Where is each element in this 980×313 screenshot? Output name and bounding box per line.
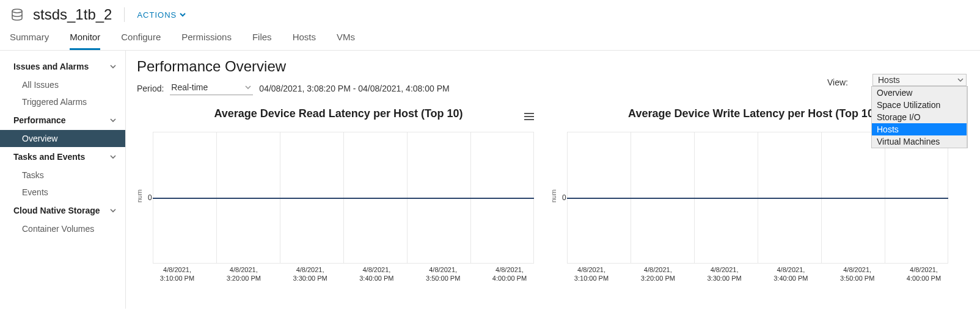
chart-plot-area: 0 <box>153 132 534 264</box>
tab-configure[interactable]: Configure <box>121 32 161 50</box>
series-line <box>153 198 534 199</box>
tab-vms[interactable]: VMs <box>337 32 355 50</box>
tab-summary[interactable]: Summary <box>10 32 49 50</box>
svg-point-0 <box>12 9 22 13</box>
side-group-performance: Performance Overview <box>0 110 125 147</box>
tab-permissions[interactable]: Permissions <box>181 32 232 50</box>
side-group-header-tasks[interactable]: Tasks and Events <box>0 147 125 167</box>
chevron-down-icon <box>109 207 117 214</box>
side-group-label: Cloud Native Storage <box>13 206 100 215</box>
view-option-hosts[interactable]: Hosts <box>872 123 967 135</box>
chart-menu-button[interactable] <box>522 109 536 124</box>
chevron-down-icon <box>244 84 252 91</box>
view-option-vms[interactable]: Virtual Machines <box>872 135 967 148</box>
header-divider <box>124 7 125 22</box>
charts-row: Average Device Read Latency per Host (To… <box>137 105 970 300</box>
content-pane: Performance Overview Period: Real-time 0… <box>126 51 980 309</box>
view-option-space-utilization[interactable]: Space Utilization <box>872 99 967 111</box>
x-tick: 4/8/2021, 3:40:00 PM <box>352 266 401 298</box>
y-tick: 0 <box>562 193 566 202</box>
tab-monitor[interactable]: Monitor <box>70 32 100 50</box>
top-tabs: Summary Monitor Configure Permissions Fi… <box>0 27 980 51</box>
side-group-label: Performance <box>13 115 66 125</box>
x-tick: 4/8/2021, 3:20:00 PM <box>634 266 682 298</box>
chart-title: Average Device Read Latency per Host (To… <box>137 105 540 120</box>
x-tick: 4/8/2021, 3:10:00 PM <box>567 266 616 298</box>
object-title: stsds_1tb_2 <box>33 6 112 23</box>
sidebar-item-overview[interactable]: Overview <box>0 130 125 147</box>
y-axis-label: num <box>550 190 557 203</box>
view-option-storage-io[interactable]: Storage I/O <box>872 111 967 123</box>
page-header: stsds_1tb_2 ACTIONS <box>0 0 980 27</box>
side-group-header-performance[interactable]: Performance <box>0 110 125 130</box>
tab-files[interactable]: Files <box>252 32 272 50</box>
side-group-label: Tasks and Events <box>13 152 85 162</box>
chevron-down-icon <box>109 117 117 124</box>
chart-plot-area: 0 <box>567 132 948 264</box>
view-select-value: Hosts <box>878 75 900 85</box>
tab-hosts[interactable]: Hosts <box>293 32 316 50</box>
sidebar: Issues and Alarms All Issues Triggered A… <box>0 51 126 309</box>
view-select[interactable]: Hosts <box>872 74 967 86</box>
y-tick: 0 <box>148 193 152 202</box>
series-line <box>567 198 948 199</box>
period-select[interactable]: Real-time <box>170 81 253 95</box>
x-tick: 4/8/2021, 3:10:00 PM <box>153 266 202 298</box>
chevron-down-icon <box>109 63 117 70</box>
side-group-header-issues[interactable]: Issues and Alarms <box>0 57 125 76</box>
period-value: Real-time <box>171 82 208 92</box>
x-tick: 4/8/2021, 3:30:00 PM <box>286 266 335 298</box>
side-group-header-cns[interactable]: Cloud Native Storage <box>0 201 125 220</box>
side-group-issues: Issues and Alarms All Issues Triggered A… <box>0 57 125 110</box>
x-tick: 4/8/2021, 4:00:00 PM <box>485 266 534 298</box>
period-range: 04/08/2021, 3:08:20 PM - 04/08/2021, 4:0… <box>259 84 449 93</box>
chevron-down-icon <box>179 11 186 18</box>
sidebar-item-container-volumes[interactable]: Container Volumes <box>0 220 125 237</box>
x-tick: 4/8/2021, 3:20:00 PM <box>219 266 268 298</box>
chevron-down-icon <box>109 153 117 160</box>
x-tick: 4/8/2021, 3:30:00 PM <box>700 266 749 298</box>
view-label: View: <box>827 77 848 87</box>
x-axis-ticks: 4/8/2021, 3:10:00 PM 4/8/2021, 3:20:00 P… <box>153 266 534 298</box>
page-title: Performance Overview <box>137 58 970 75</box>
side-group-cns: Cloud Native Storage Container Volumes <box>0 201 125 237</box>
datastore-icon <box>10 7 24 22</box>
y-axis-label: num <box>136 190 143 203</box>
main-area: Issues and Alarms All Issues Triggered A… <box>0 51 980 309</box>
x-tick: 4/8/2021, 3:50:00 PM <box>419 266 467 298</box>
sidebar-item-tasks[interactable]: Tasks <box>0 167 125 184</box>
view-dropdown-menu: Overview Space Utilization Storage I/O H… <box>871 86 968 148</box>
x-tick: 4/8/2021, 4:00:00 PM <box>899 266 948 298</box>
x-axis-ticks: 4/8/2021, 3:10:00 PM 4/8/2021, 3:20:00 P… <box>567 266 948 298</box>
actions-menu[interactable]: ACTIONS <box>137 10 186 20</box>
period-label: Period: <box>137 84 164 93</box>
sidebar-item-events[interactable]: Events <box>0 184 125 201</box>
x-tick: 4/8/2021, 3:50:00 PM <box>833 266 882 298</box>
sidebar-item-triggered-alarms[interactable]: Triggered Alarms <box>0 93 125 110</box>
chart-read-latency: Average Device Read Latency per Host (To… <box>137 105 540 300</box>
actions-label: ACTIONS <box>137 10 177 20</box>
side-group-label: Issues and Alarms <box>13 62 89 71</box>
chevron-down-icon <box>957 77 964 83</box>
side-group-tasks: Tasks and Events Tasks Events <box>0 147 125 201</box>
x-tick: 4/8/2021, 3:40:00 PM <box>766 266 815 298</box>
view-option-overview[interactable]: Overview <box>872 87 967 99</box>
sidebar-item-all-issues[interactable]: All Issues <box>0 76 125 93</box>
